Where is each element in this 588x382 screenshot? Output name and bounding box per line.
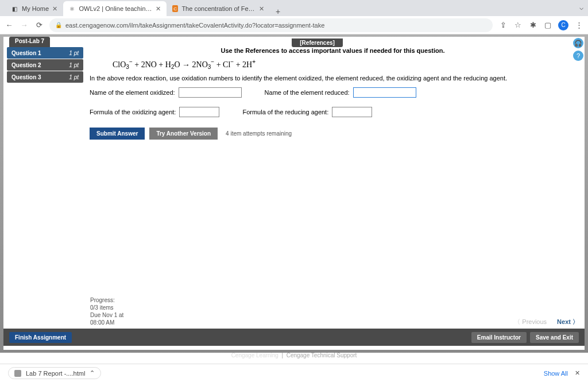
instruction-text: In the above redox reaction, use oxidati… — [90, 75, 576, 82]
progress-title: Progress: — [90, 296, 123, 304]
favicon-icon: ◧ — [10, 5, 18, 13]
submit-button[interactable]: Submit Answer — [90, 128, 145, 140]
chemical-equation: ClO3− + 2NO + H2O → 2NO3− + Cl− + 2H+ — [113, 59, 576, 70]
question-points: 1 pt — [69, 50, 79, 56]
oxidized-label: Name of the element oxidized: — [90, 89, 175, 96]
forward-icon[interactable]: → — [20, 21, 29, 30]
assignment-header: Post-Lab 7 [References] — [3, 37, 585, 47]
close-downloads-icon[interactable]: ✕ — [575, 369, 580, 377]
oxidizing-agent-input[interactable] — [179, 107, 219, 117]
extension-icon[interactable]: ✱ — [528, 21, 537, 30]
reducing-agent-label: Formula of the reducing agent: — [242, 109, 328, 115]
lock-icon: 🔒 — [55, 22, 62, 28]
download-item[interactable]: Lab 7 Report -....html ⌃ — [8, 367, 101, 379]
file-icon — [14, 370, 21, 377]
page-nav: 〈 Previous Next 〉 — [514, 318, 579, 326]
reference-hint: Use the References to access important v… — [90, 47, 576, 54]
finish-button[interactable]: Finish Assignment — [9, 332, 72, 343]
question-label: Question 2 — [11, 62, 41, 68]
cengage-footer: Cengage Learning | Cengage Technical Sup… — [3, 350, 585, 362]
question-label: Question 3 — [11, 74, 41, 80]
new-tab-button[interactable]: + — [270, 7, 286, 16]
share-icon[interactable]: ⇪ — [498, 21, 508, 30]
tab-title: The concentration of Fe2+ in a — [181, 5, 256, 12]
device-icon[interactable]: ▢ — [543, 21, 552, 30]
app-wrapper: 🎧 ? Post-Lab 7 [References] Question 1 1… — [0, 34, 588, 353]
chevron-up-icon[interactable]: ⌃ — [90, 369, 95, 377]
next-button[interactable]: Next 〉 — [557, 318, 579, 326]
reduced-input[interactable] — [353, 87, 416, 98]
show-all-button[interactable]: Show All — [544, 370, 568, 377]
bookmark-icon[interactable]: ☆ — [513, 21, 523, 30]
reducing-agent-input[interactable] — [332, 107, 372, 117]
menu-icon[interactable]: ⋮ — [574, 21, 583, 30]
url-text: east.cengagenow.com/ilrn/takeAssignment/… — [65, 22, 324, 29]
sidebar-item-q1[interactable]: Question 1 1 pt — [7, 47, 83, 59]
app-frame: 🎧 ? Post-Lab 7 [References] Question 1 1… — [3, 37, 585, 350]
tab-title: OWLv2 | Online teaching and le — [79, 5, 153, 12]
tab-myhome[interactable]: ◧ My Home ✕ — [5, 1, 63, 16]
tab-title: My Home — [22, 5, 49, 12]
try-another-button[interactable]: Try Another Version — [149, 128, 218, 140]
question-points: 1 pt — [69, 74, 79, 80]
email-instructor-button[interactable]: Email Instructor — [471, 332, 527, 343]
favicon-icon: C — [172, 5, 178, 12]
tab-owlv2[interactable]: ⚛ OWLv2 | Online teaching and le ✕ — [63, 1, 167, 16]
attempts-remaining: 4 item attempts remaining — [226, 130, 292, 137]
sidebar-item-q2[interactable]: Question 2 1 pt — [7, 59, 83, 71]
progress-due: Due Nov 1 at — [90, 311, 123, 319]
footer-support[interactable]: Cengage Technical Support — [287, 352, 357, 358]
url-bar[interactable]: 🔒 east.cengagenow.com/ilrn/takeAssignmen… — [49, 18, 493, 32]
assignment-tab[interactable]: Post-Lab 7 — [9, 37, 50, 47]
references-link[interactable]: [References] — [292, 38, 343, 47]
close-icon[interactable]: ✕ — [156, 5, 161, 13]
browser-tabbar: ◧ My Home ✕ ⚛ OWLv2 | Online teaching an… — [0, 0, 588, 16]
reload-icon[interactable]: ⟳ — [34, 21, 44, 30]
download-bar: Lab 7 Report -....html ⌃ Show All ✕ — [0, 364, 588, 382]
question-content: Use the References to access important v… — [87, 47, 585, 329]
progress-items: 0/3 items — [90, 304, 123, 311]
window-expand-icon[interactable]: ⌵ — [579, 3, 583, 11]
close-icon[interactable]: ✕ — [259, 5, 264, 13]
reduced-label: Name of the element reduced: — [265, 89, 350, 96]
bottom-bar: Finish Assignment Email Instructor Save … — [3, 329, 585, 346]
close-icon[interactable]: ✕ — [52, 5, 57, 13]
profile-avatar[interactable]: C — [558, 20, 568, 30]
oxidized-input[interactable] — [179, 87, 242, 98]
footer-learning[interactable]: Cengage Learning — [231, 352, 278, 358]
previous-button[interactable]: 〈 Previous — [514, 318, 547, 326]
progress-time: 08:00 AM — [90, 319, 123, 326]
question-label: Question 1 — [11, 50, 41, 56]
save-exit-button[interactable]: Save and Exit — [530, 332, 579, 343]
question-sidebar: Question 1 1 pt Question 2 1 pt Question… — [3, 47, 87, 329]
tab-fe2[interactable]: C The concentration of Fe2+ in a ✕ — [167, 1, 270, 16]
browser-navbar: ← → ⟳ 🔒 east.cengagenow.com/ilrn/takeAss… — [0, 16, 588, 34]
back-icon[interactable]: ← — [5, 21, 14, 30]
question-points: 1 pt — [69, 62, 79, 68]
favicon-icon: ⚛ — [69, 5, 76, 13]
oxidizing-agent-label: Formula of the oxidizing agent: — [90, 109, 176, 115]
download-filename: Lab 7 Report -....html — [26, 370, 85, 377]
sidebar-item-q3[interactable]: Question 3 1 pt — [7, 71, 83, 83]
progress-block: Progress: 0/3 items Due Nov 1 at 08:00 A… — [90, 296, 123, 326]
